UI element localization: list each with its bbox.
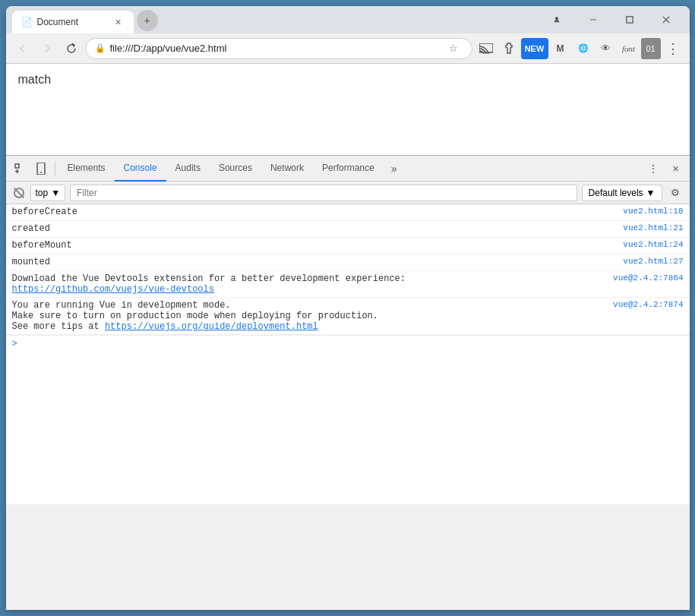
devtools-inspect-button[interactable] [9, 158, 30, 179]
source-link-5[interactable]: vue@2.4.2:7864 [613, 273, 683, 284]
eyecon-icon[interactable]: 👁 [595, 38, 617, 59]
address-bar: 🔒 file:///D:/app/vue/vue2.html ☆ NEW M 🌐… [6, 33, 690, 64]
devtools-close-button[interactable]: × [665, 158, 687, 179]
no-entry-icon[interactable] [12, 186, 26, 200]
devtools-settings-button[interactable]: ⋮ [643, 158, 664, 179]
minimize-button[interactable] [576, 6, 611, 33]
url-text: file:///D:/app/vue/vue2.html [110, 43, 440, 54]
console-levels-selector[interactable]: Default levels ▼ [582, 185, 662, 201]
tab-audits[interactable]: Audits [166, 156, 210, 182]
cast-icon[interactable] [475, 38, 497, 59]
tab-title: Document [37, 17, 108, 27]
source-link-2[interactable]: vue2.html:21 [623, 223, 683, 232]
refresh-button[interactable] [61, 38, 82, 59]
devtools-more-tabs[interactable]: » [384, 158, 405, 179]
devtools-tabs: Elements Console Audits Sources Network … [58, 156, 643, 182]
toolbar-icons: NEW M 🌐 👁 font 01 ⋮ [475, 38, 684, 59]
deployment-link[interactable]: https://vuejs.org/guide/deployment.html [105, 321, 318, 332]
console-prompt: > [6, 335, 690, 352]
devtools-panel: Elements Console Audits Sources Network … [6, 155, 690, 504]
new-tab-button[interactable]: + [137, 10, 158, 31]
tab-sources[interactable]: Sources [210, 156, 261, 182]
source-link-4[interactable]: vue2.html:27 [623, 257, 683, 266]
svg-rect-1 [589, 20, 595, 21]
extension-icon[interactable] [498, 38, 520, 59]
title-bar: 📄 Document × + [6, 6, 690, 33]
source-link-6[interactable]: vue@2.4.2:7874 [613, 300, 683, 309]
tab-elements[interactable]: Elements [58, 156, 115, 182]
devtools-toolbar: Elements Console Audits Sources Network … [6, 156, 690, 182]
maximize-button[interactable] [612, 6, 647, 33]
tab-console[interactable]: Console [115, 156, 166, 182]
console-filter-input[interactable] [70, 185, 577, 201]
svg-point-10 [40, 172, 42, 173]
console-settings-button[interactable]: ⚙ [667, 185, 684, 201]
browser-tab[interactable]: 📄 Document × [12, 11, 134, 33]
console-input[interactable] [22, 339, 684, 349]
window-controls [539, 6, 684, 33]
page-content: match [6, 64, 690, 155]
prompt-arrow: > [12, 339, 17, 349]
console-line-devtools: Download the Vue Devtools extension for … [6, 271, 690, 298]
levels-chevron-icon: ▼ [646, 188, 656, 198]
devtools-end-buttons: ⋮ × [643, 158, 687, 179]
tab-icon: 📄 [21, 17, 33, 27]
close-button[interactable] [649, 6, 684, 33]
console-line-beforecreate: beforeCreate vue2.html:18 [6, 204, 690, 221]
svg-point-0 [554, 17, 558, 20]
tab-close-button[interactable]: × [112, 16, 125, 28]
devtools-separator [55, 161, 55, 176]
svg-rect-6 [15, 164, 19, 168]
menu-button[interactable]: ⋮ [662, 38, 684, 59]
devtools-link[interactable]: https://github.com/vuejs/vue-devtools [12, 284, 214, 295]
tab-network[interactable]: Network [261, 156, 313, 182]
forward-button [36, 38, 58, 59]
font-icon[interactable]: font [618, 38, 640, 59]
console-line-dev-mode: You are running Vue in development mode.… [6, 298, 690, 335]
console-line-mounted: mounted vue2.html:27 [6, 254, 690, 271]
source-link-3[interactable]: vue2.html:24 [623, 240, 683, 249]
back-button [12, 38, 33, 59]
console-toolbar: top ▼ Default levels ▼ ⚙ [6, 182, 690, 204]
console-line-created: created vue2.html:21 [6, 221, 690, 238]
tab-performance[interactable]: Performance [313, 156, 384, 182]
profile-button[interactable] [539, 6, 574, 33]
malwarebytes-icon[interactable]: M [550, 38, 571, 59]
svg-rect-2 [626, 17, 632, 23]
bookmark-button[interactable]: ☆ [444, 39, 463, 58]
source-link-1[interactable]: vue2.html:18 [623, 207, 683, 216]
chevron-down-icon: ▼ [51, 188, 60, 198]
context-selector[interactable]: top ▼ [30, 185, 66, 201]
console-output: beforeCreate vue2.html:18 created vue2.h… [6, 204, 690, 504]
lock-icon: 🔒 [95, 43, 106, 53]
page-text: match [18, 73, 678, 87]
vpn-icon[interactable]: 🌐 [573, 38, 594, 59]
extension2-icon[interactable]: 01 [641, 38, 661, 59]
devtools-mobile-button[interactable] [30, 158, 52, 179]
console-line-beforemount: beforeMount vue2.html:24 [6, 238, 690, 254]
address-input[interactable]: 🔒 file:///D:/app/vue/vue2.html ☆ [85, 38, 472, 59]
new-badge-icon[interactable]: NEW [521, 38, 548, 59]
